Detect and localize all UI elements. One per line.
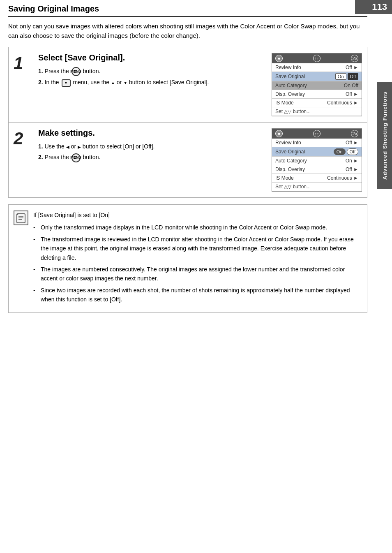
menu-screenshot-2: ● ↑↑ 2o Review Info Off ► Save Original …	[272, 128, 362, 192]
menu-row-disp-2: Disp. Overlay Off ►	[272, 165, 362, 174]
note-bullets: Only the transformed image displays in t…	[33, 223, 361, 304]
menu-row-value-disp-1: Off ►	[346, 91, 358, 97]
menu-row-set-2: Set △▽ button...	[272, 183, 362, 191]
menu-row-set-1: Set △▽ button...	[272, 107, 362, 116]
menu-tab-2-2: 2o	[351, 130, 358, 137]
right-arrow-2	[78, 143, 81, 150]
step-2-text: Make settings. 1. Use the or button to s…	[38, 128, 267, 164]
menu-screenshot-1: ● ↑↑ 2o Review Info Off ► Save Original …	[272, 53, 362, 116]
step-2: 2 Make settings. 1. Use the or button to…	[9, 123, 367, 197]
note-bullet-1: Only the transformed image displays in t…	[33, 223, 361, 232]
sidebar-tab: Advanced Shooting Functions	[377, 82, 392, 189]
menu-row-label-is-2: IS Mode	[275, 175, 294, 181]
menu-row-review-info-1: Review Info Off ►	[272, 63, 362, 72]
step-1-text: Select [Save Original]. 1. Press the MEN…	[38, 53, 267, 89]
menu-tab-camera-2: ●	[275, 130, 283, 137]
step-1-number: 1	[14, 53, 34, 116]
menu-top-bar-1: ● ↑↑ 2o	[272, 53, 362, 63]
menu-row-save-original-2: Save Original On Off	[272, 147, 362, 157]
menu-row-label-auto-cat-2: Auto Category	[275, 158, 307, 164]
menu-row-disp-1: Disp. Overlay Off ►	[272, 90, 362, 99]
menu-row-label-is-1: IS Mode	[275, 100, 294, 106]
menu-row-label-set-2: Set △▽ button...	[275, 184, 311, 190]
left-arrow-2	[66, 143, 69, 150]
step-1: 1 Select [Save Original]. 1. Press the M…	[9, 47, 367, 123]
menu-row-label-save-1: Save Original	[275, 74, 305, 79]
menu-row-is-2: IS Mode Continuous ►	[272, 174, 362, 183]
menu-row-value-disp-2: Off ►	[346, 167, 358, 172]
menu-row-auto-cat-2: Auto Category On ►	[272, 157, 362, 165]
step-2-heading: Make settings.	[38, 128, 267, 138]
menu-row-value-review-info-1: Off ►	[346, 65, 358, 70]
step-2-content: Make settings. 1. Use the or button to s…	[38, 128, 362, 192]
up-arrow-1	[111, 79, 115, 86]
menu-row-label-disp-1: Disp. Overlay	[275, 91, 305, 97]
menu-row-save-original-1: Save Original On Off	[272, 72, 362, 81]
step-1-instructions: 1. Press the MENU button. 2. In the ● me…	[38, 67, 267, 87]
save-off-btn-1: Off	[348, 73, 358, 80]
menu-row-is-1: IS Mode Continuous ►	[272, 99, 362, 107]
menu-tab-camera-1: ●	[275, 55, 283, 62]
note-bullet-3: The images are numbered consecutively. T…	[33, 265, 361, 283]
save-off-pill-2: Off	[347, 148, 358, 155]
menu-button-icon-2: MENU	[71, 153, 81, 162]
menu-row-value-auto-cat-2: On ►	[346, 158, 358, 164]
menu-top-bar-2: ● ↑↑ 2o	[272, 129, 362, 139]
menu-tab-wrench-2: ↑↑	[313, 130, 321, 137]
menu-row-value-is-1: Continuous ►	[327, 100, 358, 106]
menu-row-label-review-info-2: Review Info	[275, 140, 301, 146]
camera-mode-icon-1: ●	[62, 79, 71, 87]
save-on-btn-1: On	[335, 73, 346, 80]
menu-row-label-save-2: Save Original	[275, 149, 305, 155]
menu-row-value-save-1: On Off	[335, 73, 358, 80]
step-1-inst-1: 1. Press the MENU button.	[38, 67, 267, 76]
svg-rect-0	[17, 214, 25, 223]
menu-row-value-is-2: Continuous ►	[327, 175, 358, 181]
menu-row-label-auto-cat-1: Auto Category	[275, 83, 307, 88]
note-bullet-4: Since two images are recorded with each …	[33, 286, 361, 304]
menu-row-label-set-1: Set △▽ button...	[275, 109, 311, 114]
page-number: 113	[355, 0, 392, 14]
steps-container: 1 Select [Save Original]. 1. Press the M…	[8, 47, 367, 198]
menu-row-label-review-info-1: Review Info	[275, 65, 301, 70]
note-box: If [Save Original] is set to [On] Only t…	[8, 204, 367, 313]
menu-tab-2-1: 2o	[351, 55, 358, 62]
menu-row-label-disp-2: Disp. Overlay	[275, 167, 305, 172]
step-2-inst-1: 1. Use the or button to select [On] or […	[38, 142, 267, 151]
down-arrow-1	[123, 79, 127, 86]
note-bullet-2: The transformed image is reviewed in the…	[33, 235, 361, 262]
menu-row-value-review-info-2: Off ►	[346, 140, 358, 146]
note-header: If [Save Original] is set to [On]	[33, 211, 361, 220]
section-title: Saving Original Images	[8, 4, 367, 17]
menu-row-value-save-2: On Off	[334, 148, 358, 155]
intro-text: Not only can you save images with altere…	[8, 22, 367, 40]
step-2-number: 2	[14, 128, 34, 192]
step-2-instructions: 1. Use the or button to select [On] or […	[38, 142, 267, 162]
menu-row-review-info-2: Review Info Off ►	[272, 139, 362, 147]
step-1-inst-2: 2. In the ● menu, use the or button to s…	[38, 78, 267, 87]
menu-row-value-auto-cat-1: On Off	[344, 83, 358, 88]
save-on-pill-2: On	[334, 148, 346, 155]
step-1-heading: Select [Save Original].	[38, 53, 267, 62]
note-icon	[14, 211, 28, 225]
main-content: Saving Original Images Not only can you …	[0, 0, 376, 321]
menu-tab-wrench-1: ↑↑	[313, 55, 321, 62]
menu-row-auto-cat-1: Auto Category On Off	[272, 81, 362, 90]
menu-button-icon-1: MENU	[71, 67, 81, 76]
step-2-inst-2: 2. Press the MENU button.	[38, 153, 267, 162]
step-1-content: Select [Save Original]. 1. Press the MEN…	[38, 53, 362, 116]
